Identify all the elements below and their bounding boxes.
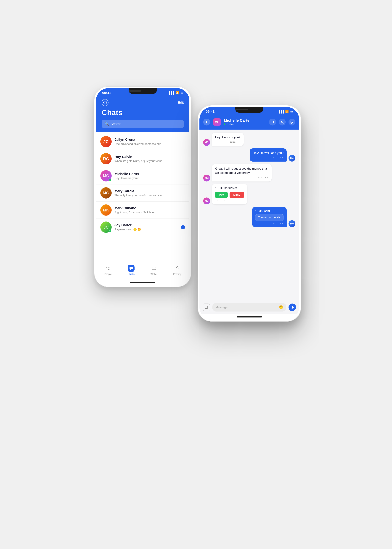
phone-call-button[interactable] (279, 119, 286, 126)
svg-point-1 (108, 267, 109, 268)
nav-item-privacy[interactable]: Privacy (173, 265, 182, 276)
avatar-wrap-jailyn: JC (100, 136, 112, 147)
avatar-wrap-mary: MG (100, 187, 112, 199)
chat-meta-joy: 1 (181, 225, 185, 229)
chat-preview-michelle: Hey! How are you? (114, 177, 165, 180)
messages-area: MC Hey! How are you? 12:11 ✓✓ Hey! I'm w… (199, 130, 299, 301)
nav-item-wallet[interactable]: Wallet (151, 265, 157, 276)
svg-rect-6 (271, 121, 273, 123)
phone2-notch: 09:41 ▐▐▐ 📶 ▭ (199, 107, 299, 116)
contact-name: Michelle Carter (224, 118, 266, 123)
bubble-3: Great! I will request you the money that… (212, 164, 272, 182)
avatar-wrap-michelle: MC (100, 170, 112, 182)
payment-sent-bubble: 1 BTC sent Transaction details 12:11 ✓✓ (252, 207, 287, 227)
input-right-icons: 🙂 (279, 305, 283, 309)
phone1-time: 09:41 (102, 91, 111, 95)
chat-preview-roy: When life gets blurry adjust your focus. (114, 160, 165, 163)
home-indicator-1 (96, 280, 189, 285)
video-call-button[interactable] (269, 119, 276, 126)
svg-rect-2 (152, 267, 156, 270)
message-input-area: Message 🙂 (199, 301, 299, 314)
msg-avatar-self: Me (288, 155, 295, 162)
edit-button[interactable]: Edit (178, 100, 184, 105)
msg-time-3: 12:11 ✓✓ (215, 176, 268, 179)
msg-row-4-payment: MC 1 BTC Requested Pay Deny 12:11 ✓✓ (203, 184, 295, 204)
msg-row-3: MC Great! I will request you the money t… (203, 164, 295, 182)
chat-item-joy[interactable]: JC Joy Carter Payment sent! 😄 🤩 1 (96, 219, 189, 236)
chat-name-jailyn: Jailyn Crona (114, 138, 185, 142)
unread-badge-joy: 1 (181, 225, 185, 229)
chat-list: JC Jailyn Crona One advanced diverted do… (96, 132, 189, 262)
wallet-icon (151, 265, 157, 272)
emoji-icon[interactable]: 🙂 (279, 305, 283, 309)
back-button[interactable] (203, 119, 210, 126)
avatar-jailyn: JC (100, 136, 112, 147)
more-options-button[interactable] (288, 119, 295, 126)
avatar-roy: RC (100, 153, 112, 164)
payment-request-bubble: 1 BTC Requested Pay Deny 12:11 ✓✓ (212, 184, 247, 204)
msg-avatar-self-5: Me (288, 220, 295, 227)
phone1-inner: 09:41 ▐▐▐ 📶 ▭ Edit (96, 88, 189, 285)
msg-avatar-michelle-3: MC (203, 175, 210, 182)
payment-request-title: 1 BTC Requested (215, 187, 244, 190)
msg-text-3: Great! I will request you the money that… (215, 167, 267, 174)
chat-item-mark[interactable]: MK Mark Cubano Right now, I'm at work. T… (96, 202, 189, 219)
search-icon: 🔍 (105, 122, 109, 126)
svg-point-5 (177, 269, 178, 269)
battery-icon-2: ▭ (290, 110, 293, 113)
nav-label-wallet: Wallet (151, 273, 157, 276)
online-dot-michelle (109, 179, 111, 181)
home-bar-1 (130, 282, 155, 283)
phone2-inner: 09:41 ▐▐▐ 📶 ▭ MC (199, 107, 299, 320)
phone2-status-icons: ▐▐▐ 📶 ▭ (278, 110, 293, 113)
chat-name-mark: Mark Cubano (114, 206, 185, 210)
bottom-nav: People Chats (96, 262, 189, 280)
chats-header-top: Edit (102, 99, 184, 106)
header-info: Michelle Carter Online (224, 118, 266, 126)
chat-name-joy: Joy Carter (114, 223, 178, 227)
bubble-1: Hey! How are you? 12:11 ✓✓ (212, 133, 244, 146)
mic-button[interactable] (288, 303, 296, 311)
header-avatar-michelle: MC (213, 118, 221, 127)
pay-button[interactable]: Pay (215, 192, 228, 198)
nav-label-privacy: Privacy (173, 273, 182, 276)
transaction-details-link[interactable]: Transaction details (255, 214, 283, 221)
lock-icon (174, 265, 181, 272)
msg-text-1: Hey! How are you? (215, 135, 240, 139)
battery-icon: ▭ (181, 91, 183, 95)
online-dot-joy (109, 230, 111, 232)
deny-button[interactable]: Deny (230, 192, 244, 198)
message-placeholder: Message (216, 306, 228, 309)
msg-row-1: MC Hey! How are you? 12:11 ✓✓ (203, 133, 295, 146)
payment-actions: Pay Deny (215, 192, 244, 198)
chat-name-mary: Mary Garcia (114, 189, 185, 193)
nav-item-people[interactable]: People (104, 265, 112, 276)
msg-time-1: 12:11 ✓✓ (215, 140, 240, 143)
search-bar[interactable]: 🔍 Search (102, 120, 184, 128)
phone2-time: 09:41 (206, 110, 215, 114)
phone-chats-list: 09:41 ▐▐▐ 📶 ▭ Edit (94, 86, 191, 287)
chat-preview-mary: The only time you run of chances is when… (114, 194, 165, 197)
phone-chat-conversation: 09:41 ▐▐▐ 📶 ▭ MC (197, 105, 301, 322)
signal-icon: ▐▐▐ (168, 91, 174, 95)
nav-item-chats[interactable]: Chats (128, 265, 134, 276)
chat-info-michelle: Michelle Carter Hey! How are you? (114, 172, 185, 180)
msg-avatar-michelle-4: MC (203, 197, 210, 204)
phone1-status-icons: ▐▐▐ 📶 ▭ (168, 91, 183, 95)
chat-info-jailyn: Jailyn Crona One advanced diverted domes… (114, 138, 185, 146)
home-bar-2 (237, 316, 262, 317)
chat-item-mary[interactable]: MG Mary Garcia The only time you run of … (96, 184, 189, 202)
chat-info-roy: Roy Calvin When life gets blurry adjust … (114, 155, 185, 163)
chat-info-mary: Mary Garcia The only time you run of cha… (114, 189, 185, 197)
msg-time-2: 12:11 ✓✓ (253, 156, 283, 159)
message-input[interactable]: Message 🙂 (212, 303, 286, 311)
app-logo (102, 99, 109, 106)
msg-avatar-michelle-1: MC (203, 139, 210, 146)
svg-point-0 (107, 267, 108, 268)
attach-button[interactable] (203, 303, 210, 311)
chat-item-roy[interactable]: RC Roy Calvin When life gets blurry adju… (96, 150, 189, 167)
phone1-status-bar: 09:41 ▐▐▐ 📶 ▭ (96, 88, 189, 98)
chat-item-michelle[interactable]: MC Michelle Carter Hey! How are you? (96, 167, 189, 184)
svg-point-3 (155, 268, 155, 269)
chat-item-jailyn[interactable]: JC Jailyn Crona One advanced diverted do… (96, 133, 189, 150)
